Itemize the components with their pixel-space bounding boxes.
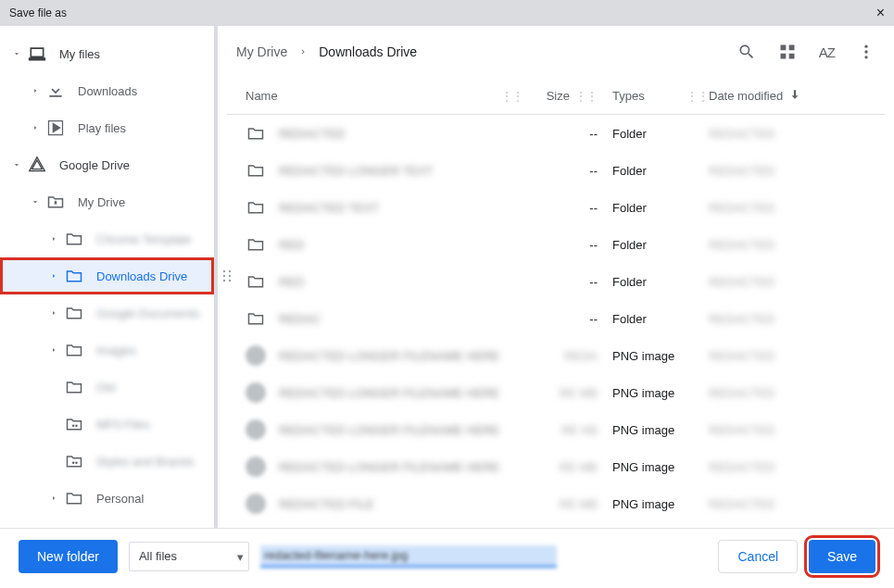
sidebar-item-images[interactable]: Images: [0, 332, 214, 369]
shared-folder-icon: [63, 452, 85, 470]
file-type: Folder: [612, 238, 647, 252]
breadcrumb-parent[interactable]: My Drive: [236, 44, 287, 59]
folder-icon: [246, 197, 266, 218]
sidebar-item-label: Old: [96, 381, 214, 394]
sidebar-item-downloads-drive[interactable]: Downloads Drive: [0, 257, 214, 294]
file-row[interactable]: RED--FolderREDACTED: [227, 226, 885, 263]
column-name[interactable]: Name: [246, 89, 278, 103]
file-date: REDACTED: [709, 423, 775, 437]
file-date: REDACTED: [709, 164, 775, 178]
file-size: --: [589, 127, 598, 141]
file-size: RE KB: [561, 423, 598, 437]
expand-icon[interactable]: [7, 49, 26, 58]
file-type: PNG image: [612, 460, 674, 474]
file-row[interactable]: REDACTED LONGER TEXT--FolderREDACTED: [227, 152, 885, 189]
shared-folder-icon: [63, 415, 85, 433]
save-button[interactable]: Save: [809, 540, 875, 573]
file-row[interactable]: REDAC--FolderREDACTED: [227, 300, 885, 337]
expand-icon[interactable]: [44, 234, 63, 244]
expand-icon[interactable]: [26, 123, 44, 132]
close-icon[interactable]: ×: [876, 5, 885, 21]
new-folder-button[interactable]: New folder: [19, 540, 118, 573]
column-resize-icon[interactable]: ⋮⋮: [686, 90, 709, 103]
sidebar-item-google-documents[interactable]: Google Documents: [0, 294, 214, 332]
file-size: --: [589, 312, 598, 326]
svg-point-10: [864, 45, 867, 48]
sidebar-item-old[interactable]: Old: [0, 369, 214, 406]
sidebar-item-label: Styles and Brands: [96, 455, 214, 469]
expand-icon[interactable]: [26, 86, 44, 95]
cancel-button[interactable]: Cancel: [718, 540, 798, 573]
download-icon: [44, 81, 67, 100]
window-title: Save file as: [9, 6, 67, 19]
sidebar-item-styles-and-brands[interactable]: Styles and Brands: [0, 443, 214, 480]
column-resize-icon[interactable]: ⋮⋮: [501, 90, 523, 103]
folder-icon: [63, 378, 85, 396]
sidebar-item-my-drive[interactable]: My Drive: [0, 183, 214, 220]
file-type: Folder: [612, 275, 647, 289]
filename-input[interactable]: [260, 545, 557, 568]
file-type: PNG image: [612, 349, 674, 363]
expand-icon[interactable]: [44, 271, 63, 281]
folder-icon: [246, 123, 266, 144]
footer: New folder ▾ Cancel Save: [0, 528, 894, 583]
svg-point-2: [72, 461, 75, 464]
file-name: REDACTED: [279, 127, 346, 141]
svg-point-7: [229, 275, 231, 277]
svg-point-9: [229, 280, 231, 281]
expand-icon[interactable]: [44, 345, 63, 355]
column-resize-icon[interactable]: ⋮⋮: [575, 90, 598, 103]
expand-icon[interactable]: [7, 160, 26, 169]
sort-descending-icon: [788, 88, 801, 104]
sidebar-resize-handle[interactable]: [221, 269, 233, 286]
file-size: --: [589, 238, 598, 252]
search-icon[interactable]: [737, 43, 756, 61]
file-row[interactable]: REDACTED LONGER FILENAME HEREREDAPNG ima…: [227, 337, 885, 374]
sidebar-item-label: My files: [59, 47, 214, 61]
sort-az-icon[interactable]: AZ: [819, 44, 835, 60]
content-pane: My Drive Downloads Drive AZ Name⋮⋮ Size⋮…: [218, 26, 894, 528]
sidebar-item-chrome-template[interactable]: Chrome Template: [0, 220, 214, 257]
more-icon[interactable]: [857, 43, 875, 61]
svg-point-6: [223, 275, 225, 277]
file-name: REDACTED LONGER FILENAME HERE: [279, 349, 499, 363]
sidebar-item-label: My Drive: [78, 195, 214, 209]
sidebar-item-personal[interactable]: Personal: [0, 480, 214, 517]
file-size: RE MB: [560, 386, 598, 400]
expand-icon[interactable]: [26, 197, 44, 206]
column-types[interactable]: Types: [612, 89, 645, 103]
sidebar-item-label: Chrome Template: [96, 232, 214, 246]
play-icon: [44, 119, 67, 137]
file-type-filter[interactable]: [129, 542, 249, 571]
folder-icon: [63, 489, 85, 507]
sidebar-item-label: Google Drive: [59, 158, 214, 172]
file-type: PNG image: [612, 423, 674, 437]
column-date[interactable]: Date modified: [709, 89, 783, 103]
file-date: REDACTED: [709, 201, 775, 215]
expand-icon[interactable]: [44, 308, 63, 318]
toolbar: My Drive Downloads Drive AZ: [227, 26, 885, 78]
file-date: REDACTED: [709, 497, 775, 511]
expand-icon[interactable]: [44, 494, 63, 503]
sidebar-item-downloads[interactable]: Downloads: [0, 72, 214, 109]
file-row[interactable]: REDACTED LONGER FILENAME HERERE MBPNG im…: [227, 374, 885, 411]
file-row[interactable]: REDACTED TEXT--FolderREDACTED: [227, 189, 885, 226]
file-size: --: [589, 201, 598, 215]
file-row[interactable]: REDACTED--FolderREDACTED: [227, 115, 885, 152]
file-row[interactable]: REDACTED LONGER FILENAME HERERE MBPNG im…: [227, 448, 885, 485]
sidebar-item-label: Images: [96, 344, 214, 357]
column-size[interactable]: Size: [547, 89, 570, 103]
sidebar-item-google-drive[interactable]: Google Drive: [0, 146, 214, 183]
grid-view-icon[interactable]: [778, 43, 797, 61]
file-name: REDAC: [279, 312, 321, 326]
sidebar-item-mp3-files[interactable]: MP3 Files: [0, 406, 214, 443]
file-size: REDA: [564, 349, 598, 363]
file-name: REDACTED LONGER TEXT: [279, 164, 434, 178]
file-size: RE MB: [560, 460, 598, 474]
file-row[interactable]: REDACTED FILERE MBPNG imageREDACTED: [227, 485, 885, 522]
sidebar-item-my-files[interactable]: My files: [0, 35, 214, 72]
file-row[interactable]: RED--FolderREDACTED: [227, 263, 885, 300]
image-thumbnail: [246, 382, 266, 403]
file-row[interactable]: REDACTED LONGER FILENAME HERERE KBPNG im…: [227, 411, 885, 448]
sidebar-item-play-files[interactable]: Play files: [0, 109, 214, 146]
